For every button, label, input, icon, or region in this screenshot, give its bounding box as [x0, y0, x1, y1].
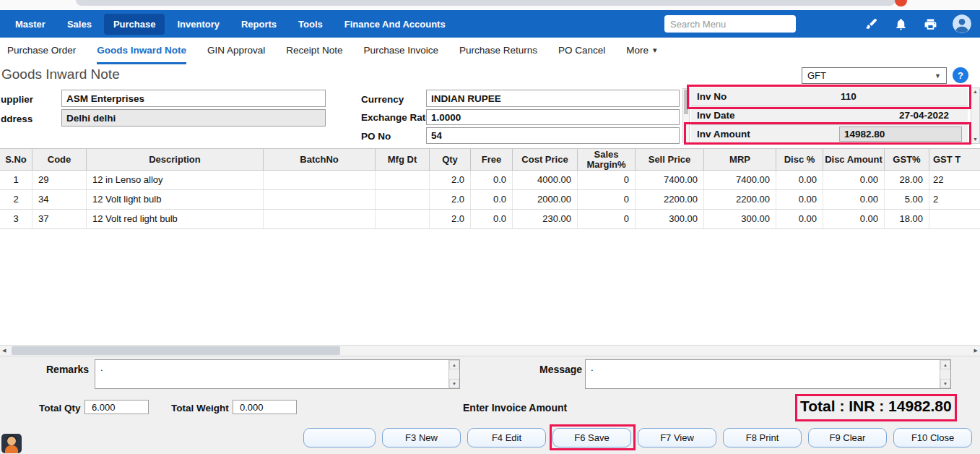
- cell: 2200.00: [636, 190, 704, 209]
- cell: 300.00: [704, 210, 776, 228]
- scroll-down-icon[interactable]: ▼: [940, 379, 950, 388]
- grand-total: Total : INR : 14982.80: [800, 398, 952, 415]
- blank-button[interactable]: [303, 428, 376, 447]
- menu-sales[interactable]: Sales: [58, 14, 101, 35]
- cell: 230.00: [513, 210, 578, 228]
- help-button[interactable]: ?: [953, 67, 968, 83]
- scroll-down-icon[interactable]: ▼: [449, 379, 459, 388]
- scrollbar-thumb[interactable]: [684, 90, 688, 114]
- message-box: ▲ ▼: [585, 359, 951, 389]
- menu-inventory[interactable]: Inventory: [168, 14, 229, 35]
- scroll-right-icon[interactable]: ▶: [974, 346, 978, 356]
- f8-print-button[interactable]: F8 Print: [723, 428, 802, 447]
- total-qty-input[interactable]: [84, 400, 149, 414]
- goods-inward-note-screen: MasterSalesPurchaseInventoryReportsTools…: [0, 0, 980, 454]
- invoice-row-value: 27-04-2022: [899, 110, 949, 121]
- cell: 12 Volt light bulb: [87, 190, 264, 209]
- main-navbar: MasterSalesPurchaseInventoryReportsTools…: [0, 10, 980, 38]
- navbar-icons: [864, 10, 971, 38]
- tab-receipt-note[interactable]: Receipt Note: [286, 38, 342, 64]
- currency-label: Currency: [361, 94, 404, 105]
- table-row-1[interactable]: 12912 in Lenso alloy2.00.04000.0007400.0…: [0, 171, 980, 190]
- menu-tools[interactable]: Tools: [289, 14, 332, 35]
- table-body: 12912 in Lenso alloy2.00.04000.0007400.0…: [0, 171, 980, 229]
- table-row-3[interactable]: 33712 Volt red light bulb2.00.0230.00030…: [0, 210, 980, 229]
- cell: 4000.00: [513, 171, 578, 189]
- total-weight-input[interactable]: [233, 400, 297, 414]
- tab-purchase-order[interactable]: Purchase Order: [7, 38, 76, 64]
- tab-purchase-invoice[interactable]: Purchase Invoice: [363, 38, 438, 64]
- tab-goods-inward-note[interactable]: Goods Inward Note: [97, 38, 186, 64]
- message-label: Message: [539, 364, 582, 375]
- tab-label: Receipt Note: [286, 45, 342, 56]
- currency-input[interactable]: [426, 90, 680, 107]
- middle-vertical-scrollbar[interactable]: [682, 88, 690, 143]
- address-input[interactable]: [61, 109, 326, 127]
- f3-new-button[interactable]: F3 New: [382, 428, 461, 447]
- cell: 2.0: [430, 171, 471, 189]
- exchange-rate-input[interactable]: [426, 109, 680, 125]
- user-avatar[interactable]: [953, 14, 971, 33]
- window-top-strip: [0, 0, 980, 10]
- f9-clear-button[interactable]: F9 Clear: [808, 428, 887, 447]
- message-scroll-arrows: ▲ ▼: [940, 360, 950, 388]
- invoice-row-inv-amount: Inv Amount14982.80: [691, 125, 968, 144]
- cell: [376, 210, 430, 228]
- tab-more[interactable]: More▾: [626, 38, 656, 64]
- total-weight-label: Total Weight: [171, 403, 229, 414]
- supplier-input[interactable]: [61, 90, 326, 107]
- tab-gin-approval[interactable]: GIN Approval: [207, 38, 265, 64]
- cell: 3: [0, 210, 32, 228]
- chevron-down-icon: ▾: [653, 46, 657, 55]
- tab-label: GIN Approval: [207, 45, 265, 56]
- mascot-image[interactable]: [1, 434, 22, 453]
- browser-bar-remnant: [76, 0, 896, 6]
- invoice-row-value[interactable]: 14982.80: [839, 127, 962, 142]
- tab-purchase-returns[interactable]: Purchase Returns: [459, 38, 537, 64]
- horizontal-scrollbar[interactable]: ◀ ▶: [0, 345, 980, 356]
- remarks-label: Remarks: [46, 364, 89, 375]
- bell-icon[interactable]: [893, 17, 908, 31]
- menu-master[interactable]: Master: [6, 14, 55, 35]
- f10-close-button[interactable]: F10 Close: [893, 428, 972, 447]
- column-header-sales-margin: Sales Margin%: [578, 149, 636, 170]
- po-no-input[interactable]: [426, 127, 680, 144]
- scroll-left-icon[interactable]: ◀: [2, 346, 6, 356]
- invoice-row-value: 110: [841, 91, 857, 102]
- cell: 0.0: [471, 171, 513, 189]
- cell: 0.0: [471, 210, 513, 228]
- exchange-rate-label: Exchange Rate: [361, 112, 431, 123]
- printer-icon[interactable]: [923, 17, 937, 31]
- tab-label: Goods Inward Note: [97, 45, 186, 56]
- scroll-down-icon[interactable]: ▼: [971, 136, 979, 143]
- column-header-mfg-dt: Mfg Dt: [376, 149, 430, 170]
- message-input[interactable]: [586, 360, 940, 388]
- f7-view-button[interactable]: F7 View: [638, 428, 716, 447]
- remarks-input[interactable]: [95, 360, 448, 388]
- main-menu: MasterSalesPurchaseInventoryReportsTools…: [6, 10, 455, 38]
- tab-label: More: [626, 45, 649, 56]
- cell: 0: [578, 190, 636, 209]
- scroll-up-icon[interactable]: ▲: [449, 360, 459, 369]
- menu-purchase[interactable]: Purchase: [104, 14, 165, 35]
- f4-edit-button[interactable]: F4 Edit: [467, 428, 546, 447]
- paint-brush-icon[interactable]: [864, 17, 878, 31]
- scroll-up-icon[interactable]: ▲: [940, 360, 950, 369]
- search-input[interactable]: [664, 15, 796, 33]
- scroll-up-icon[interactable]: ▲: [971, 88, 979, 95]
- invoice-row-label: Inv Date: [697, 110, 735, 121]
- mascot-body: [5, 445, 18, 453]
- menu-reports[interactable]: Reports: [232, 14, 286, 35]
- column-header-cost-price: Cost Price: [513, 149, 578, 170]
- cell: 0.00: [776, 190, 823, 209]
- column-header-disc: Disc %: [776, 149, 823, 170]
- menu-finance-and-accounts[interactable]: Finance And Accounts: [335, 14, 455, 35]
- invoice-panel-scrollbar[interactable]: ▲ ▼: [971, 87, 980, 144]
- f6-save-button[interactable]: F6 Save: [552, 428, 631, 447]
- supplier-label: upplier: [1, 94, 33, 105]
- tab-po-cancel[interactable]: PO Cancel: [558, 38, 605, 64]
- table-row-2[interactable]: 23412 Volt light bulb2.00.02000.0002200.…: [0, 190, 980, 210]
- company-select[interactable]: GFT ▼: [802, 67, 947, 84]
- horizontal-scrollbar-thumb[interactable]: [12, 346, 340, 355]
- cell: 2000.00: [513, 190, 578, 209]
